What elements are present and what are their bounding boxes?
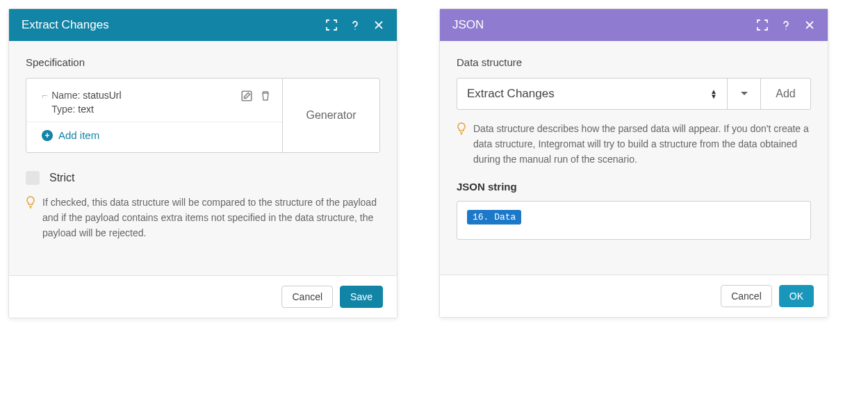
data-structure-select[interactable]: Extract Changes ▲▼ (457, 79, 727, 109)
data-structure-label: Data structure (457, 56, 811, 68)
spec-item: ⌐ Name: statusUrl Type: text (26, 83, 282, 122)
specification-label: Specification (26, 56, 380, 68)
ok-button[interactable]: OK (779, 285, 814, 307)
spec-type-line: Type: text (51, 102, 240, 116)
expand-icon[interactable] (326, 19, 337, 31)
strict-row: Strict (26, 171, 380, 185)
spec-name-key: Name: (51, 90, 80, 101)
close-icon[interactable] (373, 19, 384, 31)
svg-point-0 (354, 28, 356, 30)
save-button[interactable]: Save (340, 286, 383, 308)
data-structure-hint: Data structure describes how the parsed … (457, 121, 811, 167)
spec-type-key: Type: (51, 104, 75, 115)
svg-point-2 (785, 28, 787, 30)
add-label: Add (776, 88, 795, 100)
header-icons (326, 19, 384, 31)
header-icons (757, 19, 815, 31)
panel-body: Data structure Extract Changes ▲▼ Add Da… (440, 41, 828, 275)
panel-body: Specification ⌐ Name: statusUrl Type: te… (9, 41, 397, 275)
generator-label: Generator (306, 109, 356, 122)
delete-icon[interactable] (260, 90, 271, 102)
edit-icon[interactable] (240, 90, 253, 102)
cancel-button[interactable]: Cancel (721, 285, 772, 307)
specification-box: ⌐ Name: statusUrl Type: text (26, 78, 380, 153)
sort-icon: ▲▼ (710, 89, 717, 99)
expand-icon[interactable] (757, 19, 768, 31)
spec-actions (240, 90, 271, 102)
help-icon[interactable] (780, 19, 792, 31)
chevron-down-icon (740, 91, 748, 97)
cancel-button[interactable]: Cancel (281, 286, 333, 308)
json-pill[interactable]: 16. Data (467, 210, 521, 225)
spec-type-val: text (78, 104, 94, 115)
json-string-input[interactable]: 16. Data (457, 201, 811, 240)
json-string-label: JSON string (457, 181, 811, 193)
spec-name-line: Name: statusUrl (51, 88, 240, 102)
panel-title: Extract Changes (22, 18, 326, 32)
svg-rect-1 (242, 91, 252, 101)
data-structure-select-row: Extract Changes ▲▼ Add (457, 78, 811, 110)
strict-hint: If checked, this data structure will be … (26, 195, 380, 240)
add-button[interactable]: Add (760, 79, 810, 109)
help-icon[interactable] (350, 19, 361, 31)
plus-circle-icon: + (42, 130, 53, 141)
spec-name-val: statusUrl (83, 90, 121, 101)
data-structure-hint-text: Data structure describes how the parsed … (473, 121, 811, 167)
panel-footer: Cancel Save (9, 275, 397, 318)
dropdown-button[interactable] (727, 79, 760, 109)
strict-hint-text: If checked, this data structure will be … (42, 195, 380, 240)
spec-lines: Name: statusUrl Type: text (51, 88, 240, 116)
spec-left: ⌐ Name: statusUrl Type: text (26, 79, 282, 152)
close-icon[interactable] (804, 19, 815, 31)
bracket-icon: ⌐ (42, 90, 47, 101)
panel-title: JSON (452, 18, 757, 32)
panel-header: Extract Changes (9, 9, 397, 41)
extract-changes-panel: Extract Changes Specification ⌐ Name: (8, 8, 398, 318)
add-item-button[interactable]: + Add item (26, 122, 282, 148)
strict-checkbox[interactable] (26, 171, 40, 185)
lightbulb-icon (457, 122, 466, 135)
add-item-label: Add item (58, 129, 99, 141)
json-panel: JSON Data structure Extract Changes ▲▼ (439, 8, 828, 318)
strict-label: Strict (49, 172, 74, 184)
generator-button[interactable]: Generator (282, 79, 379, 152)
panel-footer: Cancel OK (440, 275, 828, 317)
panel-header: JSON (440, 9, 828, 41)
lightbulb-icon (26, 196, 35, 209)
select-value: Extract Changes (467, 87, 555, 101)
